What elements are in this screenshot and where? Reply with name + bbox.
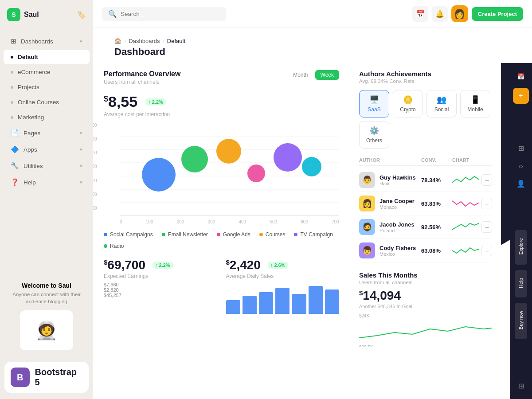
view-btn-jane[interactable]: → [481,198,492,209]
sidebar-item-projects[interactable]: Projects [4,80,90,94]
author-info-cody: 👦 Cody Fishers Mexico [359,243,421,258]
sidebar-item-ecommerce[interactable]: eCommerce [4,65,90,79]
stat-earnings: $69,700 ↑ 2.2% Expected Earnings $7,660 … [104,258,217,314]
buy-now-btn[interactable]: Buy now [515,303,527,339]
view-btn-jacob[interactable]: → [481,221,492,233]
chevron-down-icon: ▾ [80,130,82,136]
author-name-guy: Guy Hawkins [379,174,416,181]
logo-icon: S [7,8,20,21]
view-btn-cody[interactable]: → [481,245,492,256]
sidebar-item-dashboards[interactable]: ⊞ Dashboards ▾ [4,33,90,49]
google-ads-label: Google Ads [223,231,250,238]
tab-week[interactable]: Week [315,70,339,80]
bottom-grid-icon[interactable]: ⊞ [513,378,529,394]
search-input[interactable] [121,11,220,17]
cat-tab-social[interactable]: 👥 Social [426,90,457,117]
user-avatar[interactable]: 👩 [451,5,468,22]
author-row-jacob: 🧔 Jacob Jones Poland 92.56% → [359,215,492,239]
perf-subtitle: Users from all channels [104,79,180,85]
dot-icon [11,116,13,119]
calendar-icon-btn[interactable]: 📅 [412,6,428,22]
notification-icon-btn[interactable]: 🔔 [432,6,448,22]
logo-area: S Saul 🏷️ [0,0,93,29]
social-icon: 👥 [437,95,446,105]
sidebar-label-utilities: Utilities [23,163,43,169]
help-label: Help [516,274,525,292]
sidebar-item-apps[interactable]: 🔷 Apps ▾ [4,141,90,157]
cat-tab-crypto[interactable]: 🪙 Crypto [393,90,423,117]
legend-email: Email Newsletter [162,231,208,238]
mobile-icon: 📱 [470,95,480,105]
chevron-down-icon: ▾ [80,163,82,169]
category-tabs: 🖥️ SaaS 🪙 Crypto 👥 Social 📱 [359,90,492,149]
welcome-subtitle: Anyone can connect with their audience b… [7,291,86,305]
chevron-down-icon: ▾ [80,147,82,153]
sidebar-item-default[interactable]: Default [4,50,90,64]
view-btn-guy[interactable]: → [481,174,492,186]
calendar-side-icon[interactable]: 📅 [513,68,529,84]
right-icon-bar: 📅 + ⊞ ‹› 👤 Explore Help Buy now ⊞ [510,63,532,399]
perf-tabs: Month Week [288,70,339,80]
sidebar-label-default: Default [18,54,38,60]
bubble-chart [120,123,339,216]
earnings-badge: ↑ 2.2% [153,262,173,269]
explore-label: Explore [516,235,525,258]
sidebar-item-help[interactable]: ❓ Help ▾ [4,174,90,190]
explore-btn[interactable]: Explore [515,230,527,264]
stat-daily-sales: $2,420 ↑ 2.6% Average Daily Sales [226,258,340,314]
create-project-button[interactable]: Create Project [472,7,523,21]
author-name-cody: Cody Fishers [379,245,416,251]
author-name-jane: Jane Cooper [379,198,415,204]
breadcrumb-default: Default [167,38,185,44]
utilities-icon: 🔧 [11,162,19,170]
sales-section: Sales This Months Users from all channel… [359,271,492,340]
topbar: 🔍 📅 🔔 👩 Create Project [93,0,532,28]
add-icon-btn[interactable]: + [513,88,529,104]
mini-bar-chart [226,283,340,314]
sidebar-label-projects: Projects [18,84,39,90]
col-conv: CONV. [421,157,452,163]
bootstrap-badge: B Bootstrap 5 [4,362,89,393]
search-box[interactable]: 🔍 [102,7,226,21]
author-name-jacob: Jacob Jones [379,221,415,228]
cat-tab-mobile[interactable]: 📱 Mobile [460,90,490,117]
sidebar-item-pages[interactable]: 📄 Pages ▾ [4,125,90,141]
sidebar-bottom: Welcome to Saul Anyone can connect with … [0,275,93,357]
sidebar-item-utilities[interactable]: 🔧 Utilities ▾ [4,158,90,174]
cat-tab-saas[interactable]: 🖥️ SaaS [359,90,389,117]
breadcrumb-dashboards[interactable]: Dashboards [129,38,160,44]
author-row-guy: 👨 Guy Hawkins Haiti 78.34% → [359,168,492,192]
sales-value: $14,094 [359,289,401,303]
x-axis-labels: 0100200300400500600700 [120,218,339,224]
author-country-jacob: Poland [379,228,415,233]
help-icon: ❓ [11,178,19,186]
conv-cody: 63.08% [421,247,452,254]
author-info-jacob: 🧔 Jacob Jones Poland [359,219,421,235]
col-chart: CHART [452,157,492,163]
conv-guy: 78.34% [421,177,452,184]
grid-icon[interactable]: ⊞ [513,141,529,156]
authors-section: Authors Achievements Avg. 69.34% Conv. R… [359,70,492,262]
sidebar-label-pages: Pages [23,130,40,137]
user-side-icon[interactable]: 👤 [513,176,529,192]
home-icon[interactable]: 🏠 [114,38,121,44]
conv-jane: 63.83% [421,200,452,207]
cat-tab-others[interactable]: ⚙️ Others [359,121,389,149]
sidebar-item-online-courses[interactable]: Online Courses [4,95,90,110]
sidebar-toggle-icon[interactable]: 🏷️ [77,11,86,19]
sidebar-item-marketing[interactable]: Marketing [4,110,90,125]
saas-icon: 🖥️ [369,95,379,105]
bar-6 [309,286,323,314]
help-side-btn[interactable]: Help [515,270,527,298]
avatar-jane: 👩 [359,196,375,211]
tab-month[interactable]: Month [288,70,313,80]
legend-tv: TV Campaign [294,231,332,238]
apps-icon: 🔷 [11,145,19,153]
search-icon: 🔍 [108,10,117,18]
chevron-down-icon: ▾ [80,180,82,185]
code-icon[interactable]: ‹› [513,158,529,174]
sales-chart: $24K $20.5K [359,313,492,340]
avatar-cody: 👦 [359,243,375,258]
bar-4 [275,288,289,314]
authors-table-header: AUTHOR CONV. CHART [359,155,492,166]
